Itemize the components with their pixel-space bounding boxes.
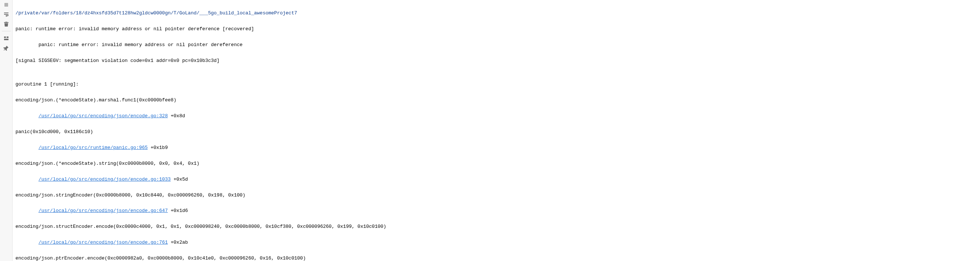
output-line: goroutine 1 [running]: [16, 80, 977, 88]
console-output: /private/var/folders/18/dz4hxsfd35d7t128… [13, 0, 980, 261]
offset-text: +0x5d [170, 177, 188, 182]
stack-line: /usr/local/go/src/encoding/json/encode.g… [16, 239, 977, 246]
svg-rect-0 [5, 3, 8, 6]
console-gutter [0, 0, 13, 261]
trash-icon[interactable] [3, 21, 10, 27]
svg-rect-2 [6, 37, 8, 38]
source-link[interactable]: /usr/local/go/src/encoding/json/encode.g… [38, 240, 168, 245]
output-line: encoding/json.(*encodeState).string(0xc0… [16, 160, 977, 167]
pin-icon[interactable] [3, 45, 10, 51]
source-link[interactable]: /usr/local/go/src/encoding/json/encode.g… [38, 113, 168, 119]
offset-text: +0x8d [168, 113, 185, 119]
stack-line: /usr/local/go/src/encoding/json/encode.g… [16, 175, 977, 183]
stack-line: /usr/local/go/src/encoding/json/encode.g… [16, 112, 977, 120]
layout-icon[interactable] [3, 35, 10, 41]
output-line: encoding/json.ptrEncoder.encode(0xc00009… [16, 255, 977, 261]
output-line: panic(0x10cd000, 0x1186c10) [16, 128, 977, 136]
offset-text: +0x1b9 [148, 145, 168, 150]
command-line: /private/var/folders/18/dz4hxsfd35d7t128… [16, 9, 977, 17]
output-line: encoding/json.structEncoder.encode(0xc00… [16, 223, 977, 231]
source-link[interactable]: /usr/local/go/src/runtime/panic.go:965 [38, 145, 147, 150]
stack-line: /usr/local/go/src/encoding/json/encode.g… [16, 207, 977, 215]
stop-icon[interactable] [3, 2, 10, 8]
source-link[interactable]: /usr/local/go/src/encoding/json/encode.g… [38, 177, 170, 182]
output-line: [signal SIGSEGV: segmentation violation … [16, 57, 977, 65]
gutter-separator [2, 31, 11, 31]
output-line: panic: runtime error: invalid memory add… [16, 25, 977, 33]
source-link[interactable]: /usr/local/go/src/encoding/json/encode.g… [38, 208, 168, 213]
offset-text: +0x2ab [168, 240, 188, 245]
svg-rect-1 [4, 37, 6, 38]
svg-rect-3 [4, 39, 8, 40]
stack-line: /usr/local/go/src/runtime/panic.go:965 +… [16, 144, 977, 151]
output-line: encoding/json.(*encodeState).marshal.fun… [16, 96, 977, 104]
output-line: encoding/json.stringEncoder(0xc0000b8000… [16, 191, 977, 199]
offset-text: +0x1d6 [168, 208, 188, 213]
output-line: panic: runtime error: invalid memory add… [16, 41, 977, 49]
wrap-text-icon[interactable] [3, 11, 10, 18]
